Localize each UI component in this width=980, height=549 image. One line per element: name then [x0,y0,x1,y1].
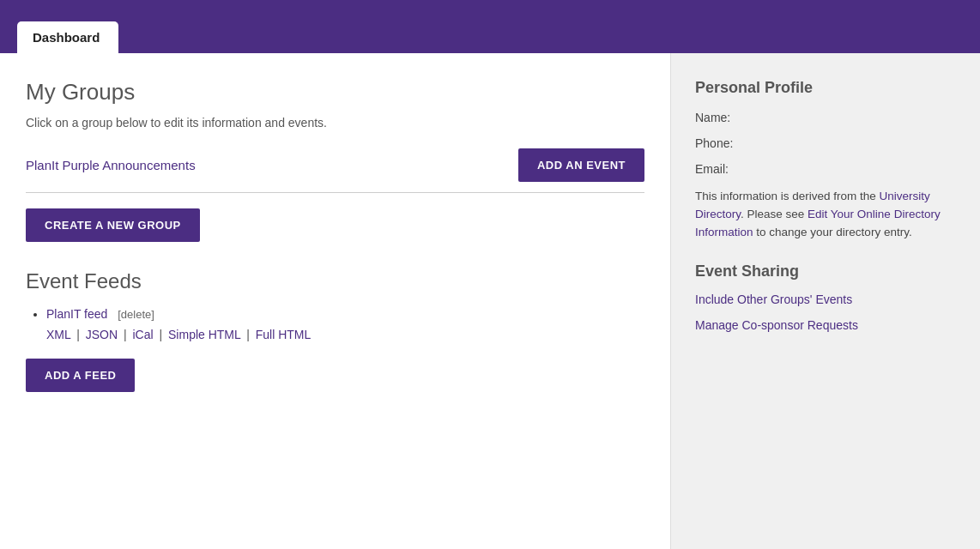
include-groups-link[interactable]: Include Other Groups' Events [695,293,956,306]
email-field: Email: [695,162,956,176]
pipe-4: | [246,328,250,341]
pipe-1: | [76,328,80,341]
group-name-link[interactable]: PlanIt Purple Announcements [26,158,196,172]
create-group-button[interactable]: CREATE A NEW GROUP [26,208,200,242]
feed-delete-link[interactable]: [delete] [118,308,154,321]
feed-formats: XML | JSON | iCal | Simple HTML | Full H… [26,328,644,341]
phone-field: Phone: [695,136,956,150]
dashboard-tab[interactable]: Dashboard [17,21,118,53]
main-layout: My Groups Click on a group below to edit… [0,53,980,549]
feed-full-html-link[interactable]: Full HTML [256,328,312,341]
profile-note-pre: This information is derived from the [695,190,880,202]
event-feeds-title: Event Feeds [26,269,644,293]
pipe-3: | [159,328,162,341]
add-event-button[interactable]: ADD AN EVENT [518,148,644,182]
list-item: PlanIT feed [delete] [46,307,644,321]
my-groups-title: My Groups [26,79,644,106]
header: Dashboard [0,0,980,53]
group-row: PlanIt Purple Announcements ADD AN EVENT [26,148,644,193]
create-group-wrapper: CREATE A NEW GROUP [26,208,644,242]
feed-xml-link[interactable]: XML [46,328,70,341]
feed-ical-link[interactable]: iCal [132,328,153,341]
personal-profile-title: Personal Profile [695,79,956,97]
left-panel: My Groups Click on a group below to edit… [0,53,671,549]
profile-note: This information is derived from the Uni… [695,188,956,242]
feed-name-link[interactable]: PlanIT feed [46,307,107,321]
feed-simple-html-link[interactable]: Simple HTML [168,328,240,341]
profile-note-post: to change your directory entry. [753,226,912,238]
feed-json-link[interactable]: JSON [86,328,118,341]
my-groups-desc: Click on a group below to edit its infor… [26,116,644,130]
pipe-2: | [124,328,127,341]
name-field: Name: [695,111,956,124]
add-feed-button[interactable]: ADD A FEED [26,359,135,392]
manage-cosponsor-link[interactable]: Manage Co-sponsor Requests [695,318,956,332]
feed-list: PlanIT feed [delete] [26,307,644,321]
event-sharing-title: Event Sharing [695,262,956,281]
right-panel: Personal Profile Name: Phone: Email: Thi… [671,53,980,549]
profile-note-mid: . Please see [741,208,808,220]
